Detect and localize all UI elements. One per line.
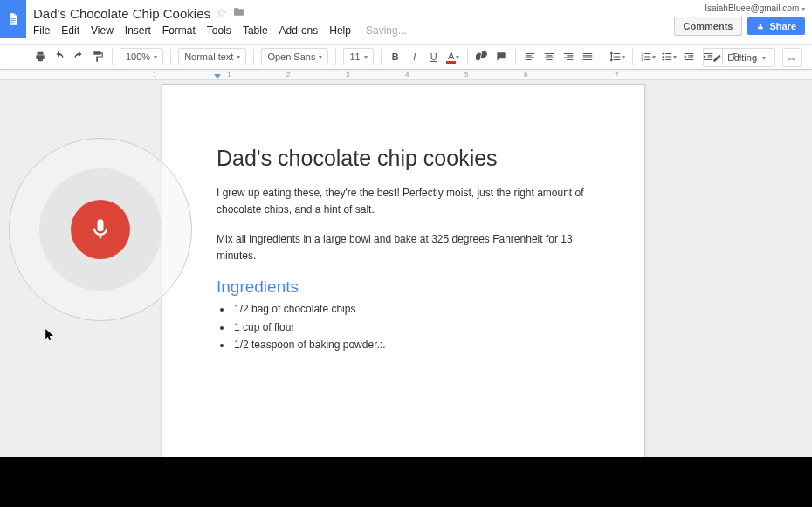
document-surface: 1 1 2 3 4 5 6 7 Dad's chocolate chip coo…: [0, 70, 812, 457]
align-justify-icon[interactable]: [581, 48, 595, 65]
numbered-list-icon[interactable]: 123▾: [640, 48, 656, 65]
align-center-icon[interactable]: [542, 48, 556, 65]
menu-table[interactable]: Table: [243, 24, 268, 37]
menu-edit[interactable]: Edit: [61, 24, 79, 37]
print-icon[interactable]: [33, 48, 47, 65]
svg-rect-0: [10, 18, 15, 19]
comments-button[interactable]: Comments: [674, 17, 743, 36]
user-email[interactable]: IsaiahBluee@gmail.com ▾: [705, 3, 805, 13]
collapse-toolbar-icon[interactable]: ︽: [782, 48, 802, 67]
microphone-icon[interactable]: [71, 200, 130, 259]
document-paragraph[interactable]: I grew up eating these, they're the best…: [217, 185, 590, 217]
underline-icon[interactable]: U: [427, 48, 441, 65]
bold-icon[interactable]: B: [389, 48, 403, 65]
align-left-icon[interactable]: [523, 48, 537, 65]
italic-icon[interactable]: I: [408, 48, 422, 65]
line-spacing-icon[interactable]: ▾: [609, 48, 625, 65]
svg-rect-1: [10, 20, 15, 21]
font-size-dropdown[interactable]: 11▾: [343, 48, 373, 65]
share-button[interactable]: Share: [747, 17, 805, 35]
svg-point-8: [662, 59, 664, 61]
document-paragraph[interactable]: Mix all ingredients in a large bowl and …: [217, 231, 590, 264]
menu-help[interactable]: Help: [329, 24, 351, 37]
editing-mode-button[interactable]: Editing ▾: [703, 48, 775, 67]
undo-icon[interactable]: [52, 48, 66, 65]
doc-title[interactable]: Dad's Chocolate Chip Cookies: [33, 6, 210, 21]
list-item[interactable]: 1 cup of flour: [232, 319, 590, 336]
toolbar: 100%▾ Normal text▾ Open Sans▾ 11▾ B I U …: [0, 44, 812, 70]
folder-icon[interactable]: [232, 6, 245, 20]
indent-decrease-icon[interactable]: [682, 48, 696, 65]
list-item[interactable]: 1/2 teaspoon of baking powder.:.: [232, 336, 590, 353]
menu-insert[interactable]: Insert: [125, 24, 151, 37]
menu-addons[interactable]: Add-ons: [279, 24, 319, 37]
document-subheading[interactable]: Ingredients: [217, 277, 590, 297]
text-color-icon[interactable]: A▾: [446, 48, 460, 65]
document-page[interactable]: Dad's chocolate chip cookies I grew up e…: [162, 84, 645, 457]
menu-tools[interactable]: Tools: [207, 24, 231, 37]
svg-rect-2: [10, 22, 13, 23]
mouse-cursor: [45, 329, 55, 344]
font-dropdown[interactable]: Open Sans▾: [261, 48, 328, 65]
save-status: Saving...: [366, 24, 407, 37]
link-icon[interactable]: [475, 48, 489, 65]
document-heading[interactable]: Dad's chocolate chip cookies: [217, 146, 590, 171]
bullet-list-icon[interactable]: ▾: [661, 48, 677, 65]
horizontal-ruler[interactable]: 1 1 2 3 4 5 6 7: [0, 70, 812, 80]
menu-format[interactable]: Format: [162, 24, 196, 37]
list-item[interactable]: 1/2 bag of chocolate chips: [232, 300, 590, 318]
comment-icon[interactable]: [494, 48, 508, 65]
voice-typing-widget[interactable]: [9, 138, 192, 321]
align-right-icon[interactable]: [561, 48, 575, 65]
menu-view[interactable]: View: [91, 24, 114, 37]
menu-file[interactable]: File: [33, 24, 50, 37]
ingredients-list[interactable]: 1/2 bag of chocolate chips 1 cup of flou…: [232, 300, 590, 353]
share-label: Share: [769, 21, 796, 31]
redo-icon[interactable]: [72, 48, 86, 65]
svg-point-6: [662, 53, 664, 55]
docs-logo[interactable]: [0, 0, 26, 38]
svg-point-7: [662, 56, 664, 58]
zoom-dropdown[interactable]: 100%▾: [120, 48, 163, 65]
star-icon[interactable]: ☆: [216, 5, 227, 21]
style-dropdown[interactable]: Normal text▾: [178, 48, 246, 65]
svg-text:3: 3: [641, 58, 643, 62]
paint-format-icon[interactable]: [91, 48, 105, 65]
left-margin-marker[interactable]: [214, 74, 221, 79]
